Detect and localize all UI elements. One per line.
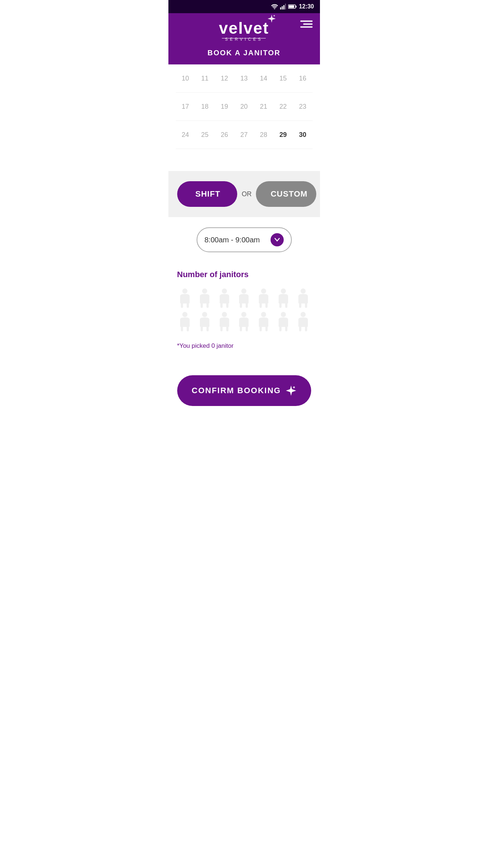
time-dropdown-button[interactable] (271, 233, 284, 246)
svg-rect-44 (246, 326, 248, 331)
svg-point-21 (241, 288, 246, 294)
calendar-day[interactable]: 26 (217, 127, 232, 142)
janitor-icon[interactable] (236, 288, 252, 308)
janitor-icon[interactable] (295, 288, 311, 308)
calendar-day[interactable]: 29 (276, 127, 290, 142)
person-figure (177, 312, 193, 331)
janitor-icon[interactable] (216, 312, 232, 331)
janitor-icon[interactable] (197, 312, 213, 331)
calendar-day[interactable]: 11 (198, 71, 212, 86)
janitor-icon[interactable] (197, 288, 213, 308)
svg-point-45 (261, 312, 266, 317)
svg-rect-32 (305, 303, 307, 308)
calendar-day[interactable]: 20 (236, 99, 251, 114)
svg-rect-22 (240, 303, 242, 308)
calendar-day[interactable]: 25 (198, 127, 212, 142)
svg-rect-37 (201, 326, 203, 331)
svg-rect-29 (285, 303, 287, 308)
svg-rect-16 (201, 303, 203, 308)
svg-rect-17 (206, 303, 209, 308)
person-figure (197, 312, 212, 331)
calendar-section: 10111213141516 17181920212223 2425262728… (168, 64, 320, 149)
calendar-row-3: 24252627282930 (176, 121, 313, 149)
janitor-icon[interactable] (236, 312, 252, 331)
calendar-day[interactable]: 21 (256, 99, 271, 114)
calendar-day[interactable]: 24 (178, 127, 193, 142)
janitor-icon[interactable] (177, 312, 193, 331)
calendar-day[interactable]: 18 (198, 99, 212, 114)
calendar-row-1: 10111213141516 (176, 64, 313, 93)
calendar-day[interactable]: 12 (217, 71, 232, 86)
svg-rect-3 (285, 4, 286, 10)
time-section: 8:00am - 9:00am (168, 217, 320, 262)
status-icons: 12:30 (271, 3, 314, 10)
svg-point-8 (273, 15, 275, 16)
wifi-icon (271, 4, 278, 9)
svg-rect-11 (300, 26, 313, 28)
calendar-day[interactable]: 10 (178, 71, 193, 86)
time-picker[interactable]: 8:00am - 9:00am (197, 227, 292, 252)
or-label: OR (237, 190, 256, 198)
person-figure (295, 288, 311, 308)
shift-buttons-container: SHIFT OR CUSTOM (177, 181, 311, 207)
calendar-day[interactable]: 27 (236, 127, 251, 142)
calendar-day[interactable]: 17 (178, 99, 193, 114)
calendar-row-2: 17181920212223 (176, 93, 313, 121)
janitor-icon[interactable] (256, 312, 272, 331)
svg-rect-34 (181, 326, 183, 331)
svg-rect-14 (187, 303, 189, 308)
svg-rect-28 (279, 303, 282, 308)
calendar-day[interactable]: 22 (276, 99, 290, 114)
calendar-day[interactable]: 16 (295, 71, 310, 86)
svg-rect-5 (295, 6, 297, 8)
svg-rect-26 (265, 303, 268, 308)
svg-rect-53 (305, 326, 307, 331)
calendar-day[interactable]: 15 (276, 71, 290, 86)
svg-point-18 (222, 288, 227, 294)
svg-point-30 (301, 288, 306, 294)
svg-point-48 (281, 312, 286, 317)
janitor-icon[interactable] (216, 288, 232, 308)
chevron-down-icon (275, 238, 280, 242)
confirm-section: CONFIRM BOOKING (168, 372, 320, 421)
menu-button[interactable] (300, 19, 313, 31)
person-figure (217, 312, 232, 331)
janitor-icon[interactable] (256, 288, 272, 308)
janitor-icon[interactable] (275, 312, 291, 331)
svg-rect-23 (246, 303, 248, 308)
calendar-day[interactable]: 13 (236, 71, 251, 86)
janitor-icon[interactable] (177, 288, 193, 308)
svg-rect-9 (300, 21, 313, 22)
logo-subtitle: SERVICES (225, 37, 263, 41)
svg-rect-40 (220, 326, 223, 331)
janitors-section: Number of janitors (168, 262, 320, 372)
calendar-day[interactable]: 23 (295, 99, 310, 114)
svg-rect-0 (280, 7, 281, 10)
janitors-grid (177, 288, 311, 331)
janitor-icon[interactable] (295, 312, 311, 331)
janitor-icon[interactable] (275, 288, 291, 308)
svg-point-33 (182, 312, 187, 317)
person-figure (236, 288, 252, 308)
svg-point-55 (293, 387, 295, 388)
calendar-day[interactable]: 14 (256, 71, 271, 86)
custom-button[interactable]: CUSTOM (256, 181, 316, 207)
calendar-day[interactable]: 19 (217, 99, 232, 114)
calendar-day[interactable]: 28 (256, 127, 271, 142)
svg-rect-25 (260, 303, 262, 308)
picked-text: *You picked 0 janitor (177, 342, 311, 350)
spacer (168, 149, 320, 171)
person-figure (217, 288, 232, 308)
shift-section: SHIFT OR CUSTOM (168, 171, 320, 217)
time-value: 8:00am - 9:00am (205, 236, 260, 244)
sparkle-icon (286, 385, 296, 396)
confirm-booking-button[interactable]: CONFIRM BOOKING (177, 375, 311, 406)
header-top: velvet SERVICES (176, 19, 313, 41)
svg-rect-52 (299, 326, 301, 331)
svg-rect-20 (226, 303, 228, 308)
svg-point-24 (261, 288, 266, 294)
svg-rect-31 (299, 303, 301, 308)
shift-button[interactable]: SHIFT (177, 181, 238, 207)
svg-rect-41 (226, 326, 228, 331)
calendar-day[interactable]: 30 (295, 127, 310, 142)
